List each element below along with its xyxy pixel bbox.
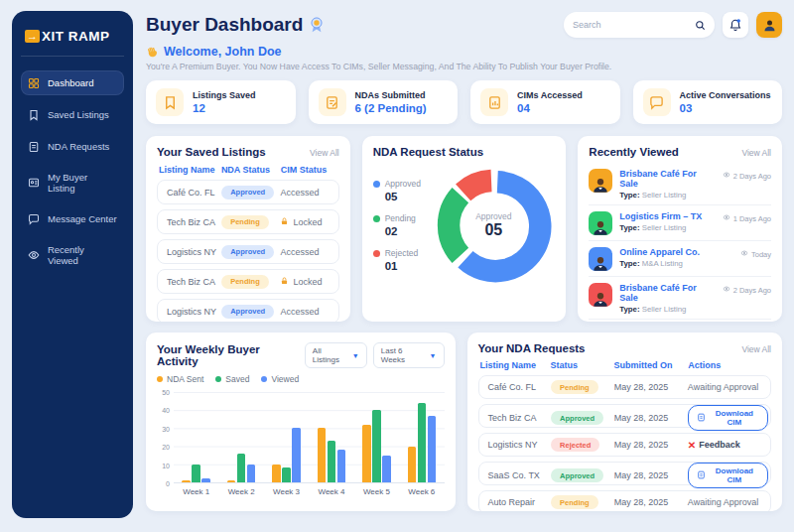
filter-value: Last 6 Weeks xyxy=(381,346,422,364)
viewed-time-text: Today xyxy=(751,250,771,259)
table-row: Logistics NYRejectedMay 28, 2025✕Feedbac… xyxy=(478,433,771,457)
y-tick-label: 50 xyxy=(162,389,170,396)
legend-value: 01 xyxy=(385,260,433,272)
document-icon xyxy=(697,470,706,481)
table-row: Tech Biz CAApprovedMay 28, 2025Download … xyxy=(478,404,771,428)
cim-status-cell: Accessed xyxy=(280,247,335,257)
listing-name-cell: SaaS Co. TX xyxy=(481,470,552,480)
legend-item-approved: Approved05 xyxy=(373,179,433,202)
bar-chart: 50403020100 xyxy=(157,392,445,483)
donut-wrap: Approved 05 xyxy=(432,164,555,287)
legend-dot xyxy=(261,376,267,382)
filter-dropdown-all-listings[interactable]: All Listings▼ xyxy=(305,342,367,368)
bar-viewed xyxy=(428,416,437,482)
sidebar-item-saved-listings[interactable]: Saved Listings xyxy=(21,102,124,127)
bar-nda-sent xyxy=(362,425,371,482)
status-badge: Approved xyxy=(551,468,603,482)
stat-value: 6 (2 Pending) xyxy=(355,102,427,114)
download-cim-button[interactable]: Download CIM xyxy=(688,405,768,431)
legend-item-top: Rejected xyxy=(373,248,433,258)
idcard-icon xyxy=(28,177,41,190)
legend-label: Pending xyxy=(385,213,416,223)
bell-icon xyxy=(728,18,742,32)
bar-viewed xyxy=(201,478,210,482)
sidebar-item-recently-viewed[interactable]: Recently Viewed xyxy=(21,238,124,272)
listing-name[interactable]: Logistics Firm – TX xyxy=(619,211,702,221)
listing-type: Type: Seller Listing xyxy=(619,191,715,200)
search-icon xyxy=(695,20,706,31)
filter-dropdown-last-6-weeks[interactable]: Last 6 Weeks▼ xyxy=(373,342,445,368)
nda-requests-title: Your NDA Requests xyxy=(478,342,586,354)
topbar: Buyer Dashboard xyxy=(146,12,782,38)
listing-info: Brisbane Café For SaleType: Seller Listi… xyxy=(619,169,715,200)
bookmark-icon xyxy=(156,88,184,116)
legend-label: Rejected xyxy=(385,248,419,258)
nda-requests-view-all[interactable]: View All xyxy=(741,344,771,354)
filter-value: All Listings xyxy=(313,346,344,364)
listing-name-cell: Café Co. FL xyxy=(481,382,552,392)
listing-name-cell: Logistics NY xyxy=(160,247,221,257)
stat-label: Listings Saved xyxy=(193,90,256,100)
donut-svg xyxy=(432,164,555,287)
awaiting-approval-text: Awaiting Approval xyxy=(688,497,768,507)
list-item: Brisbane Café For SaleType: Seller Listi… xyxy=(589,277,771,320)
bar-chart-plot xyxy=(174,392,445,483)
bar-saved xyxy=(192,465,200,482)
viewed-time: 1 Days Ago xyxy=(723,211,771,223)
recently-viewed-card: Recently Viewed View All Brisbane Café F… xyxy=(578,136,782,322)
listing-name[interactable]: Brisbane Café For Sale xyxy=(619,283,715,303)
sidebar-item-my-buyer-listing[interactable]: My Buyer Listing xyxy=(21,166,124,200)
search-box[interactable] xyxy=(564,12,715,38)
bar-nda-sent xyxy=(272,465,281,482)
sidebar-item-nda-requests[interactable]: NDA Requests xyxy=(21,134,124,159)
eye-icon xyxy=(723,285,730,295)
list-item: Online Apparel Co.Type: M&A ListingToday xyxy=(589,241,771,277)
sidebar-item-label: Message Center xyxy=(48,213,117,224)
legend-item-top: Approved xyxy=(373,179,433,189)
bar-group-week-4 xyxy=(309,392,353,482)
listing-avatar xyxy=(589,169,612,193)
bottom-row: Your Weekly Buyer Activity All Listings▼… xyxy=(146,332,782,511)
legend-dot xyxy=(373,250,380,257)
submitted-on-cell: May 28, 2025 xyxy=(614,382,688,392)
table-row: Logistics NYApprovedAccessed xyxy=(157,299,339,322)
page-title: Buyer Dashboard xyxy=(146,14,325,36)
type-label: Type: xyxy=(619,223,639,232)
weekly-activity-card: Your Weekly Buyer Activity All Listings▼… xyxy=(146,332,456,511)
download-cim-button[interactable]: Download CIM xyxy=(688,463,768,488)
x-tick-label: Week 5 xyxy=(354,487,399,496)
page-title-text: Buyer Dashboard xyxy=(146,14,303,36)
table-row: SaaS Co. TXApprovedMay 28, 2025Download … xyxy=(478,462,771,485)
recently-viewed-view-all[interactable]: View All xyxy=(741,148,771,158)
feedback-link[interactable]: ✕Feedback xyxy=(688,440,768,451)
y-tick-label: 0 xyxy=(166,480,170,487)
submitted-on-cell: May 28, 2025 xyxy=(614,497,688,507)
search-input[interactable] xyxy=(573,20,695,30)
sidebar-item-message-center[interactable]: Message Center xyxy=(21,206,124,231)
awaiting-approval-text: Awaiting Approval xyxy=(688,382,768,392)
stat-card-listings-saved: Listings Saved12 xyxy=(146,80,296,124)
user-avatar-button[interactable] xyxy=(756,12,782,38)
lock-icon xyxy=(280,216,289,228)
nda-status-badge: Pending xyxy=(221,215,269,229)
listing-name[interactable]: Brisbane Café For Sale xyxy=(619,169,715,189)
legend-value: 02 xyxy=(385,225,433,237)
listing-avatar xyxy=(589,211,612,235)
bar-group-week-6 xyxy=(399,392,444,482)
type-label: Type: xyxy=(619,305,639,314)
sidebar-item-dashboard[interactable]: Dashboard xyxy=(21,70,124,95)
viewed-time-text: 2 Days Ago xyxy=(733,286,771,295)
sidebar-item-label: Dashboard xyxy=(48,77,93,88)
legend-item-viewed: Viewed xyxy=(261,374,299,384)
viewed-time: 2 Days Ago xyxy=(723,283,771,295)
nda-status-card: NDA Request Status Approved05Pending02Re… xyxy=(362,136,567,322)
legend-dot xyxy=(157,376,163,382)
bar-saved xyxy=(328,441,336,482)
listing-type: Type: M&A Listing xyxy=(619,259,700,268)
cim-status-text: Locked xyxy=(293,277,322,287)
bar-saved xyxy=(372,410,381,482)
notifications-button[interactable] xyxy=(723,12,748,38)
ndafile-icon xyxy=(319,88,346,116)
saved-listings-view-all[interactable]: View All xyxy=(310,148,339,158)
listing-name[interactable]: Online Apparel Co. xyxy=(619,247,700,257)
